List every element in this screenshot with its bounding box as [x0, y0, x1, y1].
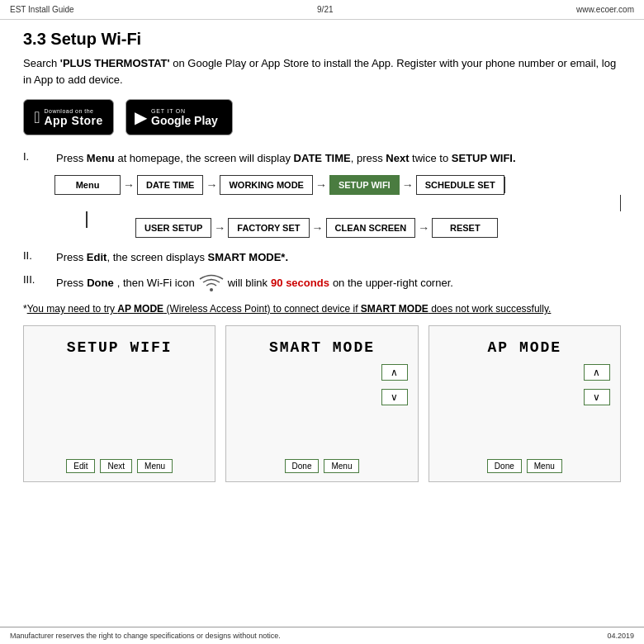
screenshot-ap-mode: AP MODE ∧ ∨ Done Menu: [429, 325, 621, 482]
ap-note-text: You may need to try AP MODE (Wireless Ac…: [27, 303, 552, 315]
step-2: II. Press Edit, the screen displays SMAR…: [23, 249, 621, 266]
step-1-text: Press Menu at homepage, the screen will …: [56, 150, 516, 167]
app-store-badge[interactable]:  Download on the App Store: [23, 99, 114, 135]
flow-diagram: Menu → DATE TIME → WORKING MODE → SETUP …: [54, 175, 621, 238]
ap-down-arrow[interactable]: ∨: [584, 389, 610, 405]
step-1: I. Press Menu at homepage, the screen wi…: [23, 150, 621, 167]
header-left: EST Install Guide: [10, 5, 74, 14]
screenshot-1-title: SETUP WIFI: [67, 339, 173, 356]
flow-box-workingmode: WORKING MODE: [220, 175, 312, 195]
wifi-icon: [198, 273, 225, 293]
scr3-menu-button[interactable]: Menu: [527, 459, 562, 473]
step-3-num: III.: [23, 273, 48, 286]
google-play-big: Google Play: [151, 114, 218, 127]
screenshot-2-arrows: ∧ ∨: [233, 362, 410, 407]
screenshot-3-arrows: ∧ ∨: [436, 362, 613, 407]
footer-right: 04.2019: [607, 632, 634, 640]
scr1-next-button[interactable]: Next: [100, 459, 132, 473]
section-title: 3.3 Setup Wi-Fi: [23, 30, 621, 49]
flow-box-usersetup: USER SETUP: [135, 218, 211, 238]
step2-smartmode: SMART MODE*.: [208, 251, 289, 263]
screenshot-3-title: AP MODE: [488, 339, 562, 356]
ap-note: *You may need to try AP MODE (Wireless A…: [23, 301, 621, 317]
footer-left: Manufacturer reserves the right to chang…: [10, 632, 281, 640]
screenshot-2-title: SMART MODE: [269, 339, 375, 356]
arrow-3: →: [313, 178, 329, 192]
arrow-6: →: [310, 221, 326, 234]
google-play-small: GET IT ON: [151, 108, 218, 114]
step1-datetime: DATE TIME: [294, 152, 351, 164]
screenshot-1-buttons: Edit Next Menu: [66, 459, 173, 473]
scr3-done-button[interactable]: Done: [487, 459, 522, 473]
step2-edit: Edit: [87, 251, 107, 263]
screenshots-section: SETUP WIFI Edit Next Menu SMART MODE ∧ ∨…: [23, 325, 621, 482]
step-2-text: Press Edit, the screen displays SMART MO…: [56, 249, 288, 266]
flow-box-datetime: DATE TIME: [137, 175, 203, 195]
step-1-num: I.: [23, 150, 48, 163]
google-play-icon: ▶: [135, 107, 147, 127]
page-header: EST Install Guide 9/21 www.ecoer.com: [0, 0, 644, 20]
step-3: III. Press Done, then Wi-Fi icon will bl…: [23, 273, 621, 293]
scr2-done-button[interactable]: Done: [285, 459, 320, 473]
screenshot-smart-mode: SMART MODE ∧ ∨ Done Menu: [225, 325, 418, 482]
arrow-2: →: [203, 178, 220, 192]
main-content: 3.3 Setup Wi-Fi Search 'PLUS THERMOSTAT'…: [0, 20, 644, 500]
intro-pre: Search: [23, 57, 60, 69]
step1-menu: Menu: [87, 152, 115, 164]
flow-box-reset: RESET: [432, 218, 498, 238]
intro-paragraph: Search 'PLUS THERMOSTAT' on Google Play …: [23, 55, 621, 88]
store-badges:  Download on the App Store ▶ GET IT ON …: [23, 99, 621, 135]
flow-box-scheduleset: SCHEDULE SET: [416, 175, 504, 195]
step1-next: Next: [386, 152, 409, 164]
google-play-text: GET IT ON Google Play: [151, 108, 218, 127]
up-arrow[interactable]: ∧: [381, 364, 408, 381]
page-footer: Manufacturer reserves the right to chang…: [0, 627, 644, 644]
flow-box-menu: Menu: [54, 175, 121, 195]
arrow-5: →: [211, 221, 228, 234]
scr2-menu-button[interactable]: Menu: [324, 459, 359, 473]
step1-setupwifi: SETUP WIFI.: [452, 152, 516, 164]
header-right: www.ecoer.com: [576, 5, 634, 14]
flow-box-cleanscreen: CLEAN SCREEN: [326, 218, 416, 238]
step-3-text: Press Done, then Wi-Fi icon will blink 9…: [56, 273, 453, 293]
google-play-inner: ▶ GET IT ON Google Play: [135, 107, 218, 127]
google-play-badge[interactable]: ▶ GET IT ON Google Play: [125, 99, 233, 135]
scr1-edit-button[interactable]: Edit: [66, 459, 95, 473]
step3-done: Done: [87, 275, 114, 291]
down-arrow[interactable]: ∨: [381, 389, 408, 405]
ap-up-arrow[interactable]: ∧: [584, 364, 610, 381]
app-store-big: App Store: [44, 114, 102, 127]
apple-icon: : [34, 108, 40, 127]
screenshot-3-buttons: Done Menu: [487, 459, 562, 473]
flow-box-setupwifi: SETUP WIFI: [329, 175, 400, 195]
screenshot-2-buttons: Done Menu: [285, 459, 360, 473]
flow-row1: Menu → DATE TIME → WORKING MODE → SETUP …: [54, 175, 621, 195]
screenshot-setup-wifi: SETUP WIFI Edit Next Menu: [23, 325, 215, 482]
app-store-text: Download on the App Store: [44, 108, 102, 127]
intro-bold: 'PLUS THERMOSTAT': [60, 57, 170, 69]
step-2-num: II.: [23, 249, 48, 262]
app-store-inner:  Download on the App Store: [34, 108, 103, 127]
flow-box-factoryset: FACTORY SET: [228, 218, 309, 238]
scr1-menu-button[interactable]: Menu: [137, 459, 173, 473]
header-center: 9/21: [317, 5, 333, 14]
blink-duration: 90 seconds: [271, 275, 329, 291]
arrow-1: →: [121, 178, 137, 192]
flow-row2: USER SETUP → FACTORY SET → CLEAN SCREEN …: [135, 218, 621, 238]
arrow-7: →: [415, 221, 432, 234]
svg-point-0: [210, 288, 213, 291]
app-store-small: Download on the: [44, 108, 102, 114]
arrow-4: →: [400, 178, 416, 192]
